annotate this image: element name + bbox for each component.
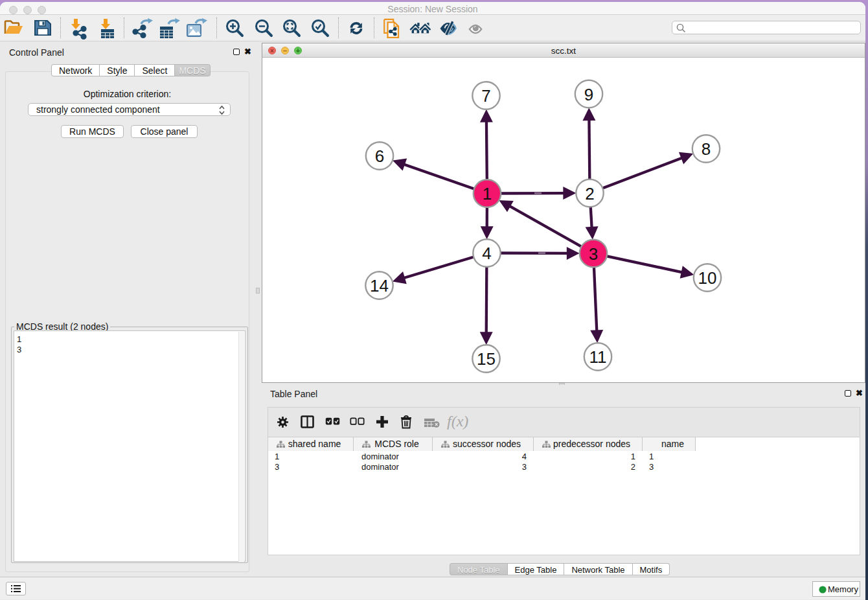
svg-text:14: 14 xyxy=(370,276,389,295)
svg-text:4: 4 xyxy=(482,244,491,263)
svg-text:11: 11 xyxy=(589,347,607,367)
svg-text:9: 9 xyxy=(584,85,593,104)
svg-text:3: 3 xyxy=(589,244,598,264)
svg-text:7: 7 xyxy=(481,86,490,106)
svg-text:8: 8 xyxy=(702,139,711,159)
svg-text:2: 2 xyxy=(585,184,594,203)
svg-text:15: 15 xyxy=(477,349,496,369)
svg-text:10: 10 xyxy=(698,268,717,288)
svg-text:6: 6 xyxy=(375,146,384,166)
svg-text:1: 1 xyxy=(483,184,492,203)
